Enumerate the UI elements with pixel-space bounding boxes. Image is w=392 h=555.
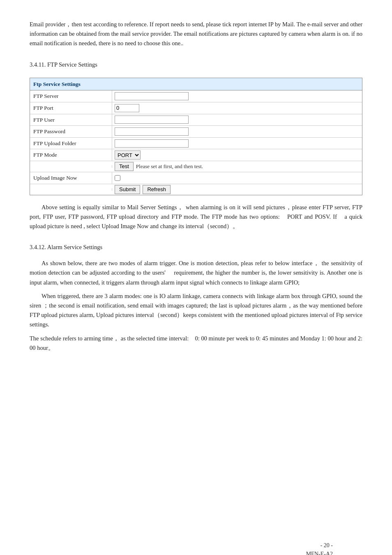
ftp-user-input[interactable] <box>115 116 189 124</box>
test-hint: Please set at first, and then test. <box>136 162 203 171</box>
ftp-user-label: FTP User <box>30 114 112 126</box>
ftp-mode-value: PORT POSV <box>112 150 362 160</box>
upload-image-now-value <box>112 174 362 182</box>
submit-row-value: Submit Refresh <box>112 184 362 195</box>
table-row: Submit Refresh <box>30 184 362 195</box>
ftp-password-input[interactable] <box>115 127 189 136</box>
ftp-server-label: FTP Server <box>30 90 112 102</box>
upload-image-now-checkbox[interactable] <box>115 175 120 181</box>
ftp-server-input[interactable] <box>115 92 189 100</box>
ftp-mode-select[interactable]: PORT POSV <box>115 150 141 160</box>
alarm-paragraph-2: When triggered, there are 3 alarm modes:… <box>30 291 362 330</box>
ftp-server-value <box>112 91 362 101</box>
ftp-table-title: Ftp Service Settings <box>30 78 362 91</box>
ftp-upload-folder-label: FTP Upload Folder <box>30 138 112 149</box>
ftp-upload-folder-input[interactable] <box>115 139 189 148</box>
table-row: FTP Upload Folder <box>30 138 362 150</box>
test-button[interactable]: Test <box>115 162 134 171</box>
intro-paragraph: Email provider，then test according to re… <box>30 20 362 49</box>
ftp-test-label <box>30 165 112 168</box>
ftp-user-value <box>112 115 362 125</box>
section-heading-ftp: 3.4.11. FTP Service Settings <box>30 60 362 69</box>
submit-button[interactable]: Submit <box>115 185 140 194</box>
ftp-port-input[interactable] <box>115 104 139 112</box>
ftp-port-value <box>112 103 362 113</box>
table-row: FTP Mode PORT POSV <box>30 149 362 161</box>
ftp-service-table: Ftp Service Settings FTP Server FTP Port… <box>30 78 362 195</box>
table-row: FTP Server <box>30 90 362 102</box>
alarm-paragraph-3: The schedule refers to arming time， as t… <box>30 334 362 353</box>
table-row: Upload Image Now <box>30 172 362 184</box>
submit-row-label <box>30 188 112 191</box>
refresh-button[interactable]: Refresh <box>143 185 171 194</box>
table-row: FTP User <box>30 114 362 126</box>
table-row: FTP Password <box>30 126 362 138</box>
ftp-password-label: FTP Password <box>30 126 112 137</box>
ftp-mode-label: FTP Mode <box>30 149 112 161</box>
alarm-paragraph-1: As shown below, there are two modes of a… <box>30 259 362 287</box>
ftp-password-value <box>112 127 362 136</box>
ftp-upload-folder-value <box>112 139 362 148</box>
footer: - 20 - MFN-E-A2 <box>306 541 333 555</box>
model-number: MFN-E-A2 <box>306 550 333 555</box>
upload-image-now-label: Upload Image Now <box>30 172 112 184</box>
page-number: - 20 - <box>306 541 333 550</box>
ftp-body-paragraph: Above setting is equally similar to Mail… <box>30 203 362 231</box>
table-row: Test Please set at first, and then test. <box>30 161 362 172</box>
section-heading-alarm: 3.4.12. Alarm Service Settings <box>30 243 362 252</box>
ftp-test-value: Test Please set at first, and then test. <box>112 161 362 172</box>
table-row: FTP Port <box>30 102 362 114</box>
ftp-port-label: FTP Port <box>30 102 112 114</box>
